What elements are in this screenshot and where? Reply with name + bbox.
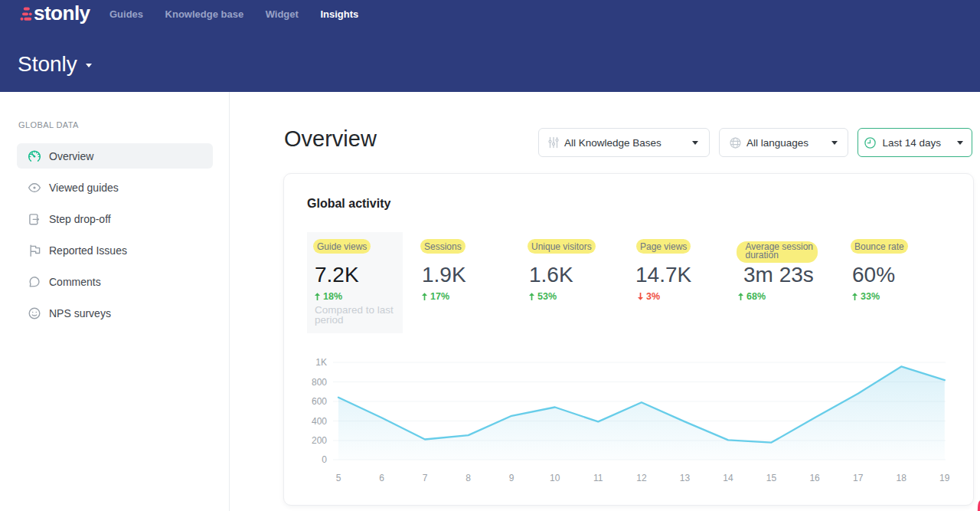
svg-text:19: 19 (939, 473, 950, 483)
svg-text:1K: 1K (315, 357, 327, 368)
svg-text:14: 14 (723, 473, 733, 483)
svg-text:15: 15 (766, 473, 777, 483)
svg-text:17: 17 (853, 473, 864, 483)
svg-text:6: 6 (379, 473, 384, 483)
svg-text:8: 8 (466, 473, 471, 483)
svg-text:18: 18 (897, 473, 907, 483)
svg-text:5: 5 (336, 473, 341, 483)
svg-text:0: 0 (322, 454, 327, 465)
svg-text:800: 800 (312, 377, 327, 388)
svg-text:200: 200 (312, 435, 327, 446)
svg-text:400: 400 (312, 416, 327, 427)
svg-text:13: 13 (680, 473, 691, 483)
svg-text:12: 12 (636, 473, 647, 483)
svg-text:11: 11 (593, 473, 603, 483)
svg-text:7: 7 (423, 473, 428, 483)
svg-text:9: 9 (509, 473, 514, 483)
svg-text:10: 10 (550, 473, 560, 483)
svg-text:600: 600 (312, 396, 327, 407)
svg-text:16: 16 (809, 473, 820, 483)
